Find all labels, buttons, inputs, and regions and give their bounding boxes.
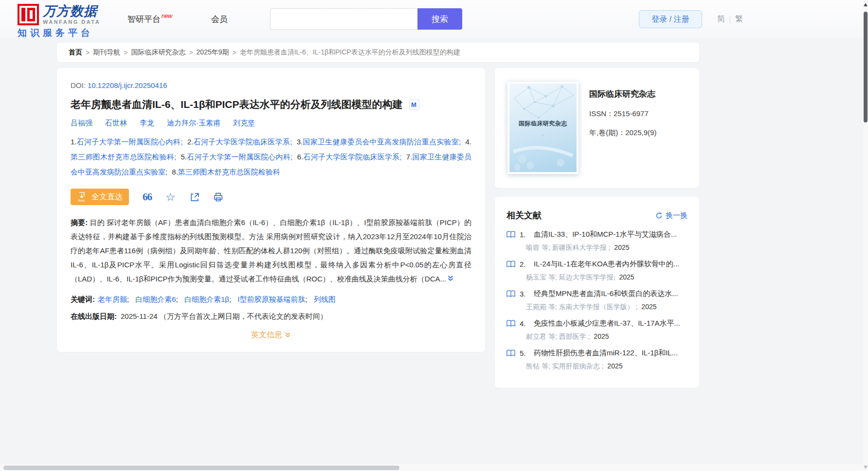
print-button[interactable] [213,192,223,202]
abstract-expand-button[interactable] [447,272,454,286]
doi-label: DOI: [71,81,86,89]
author-link[interactable]: 李龙 [140,119,154,128]
related-item-authors: 喻蓉 等; [526,244,550,251]
search-button[interactable]: 搜索 [417,8,462,30]
affiliation-link[interactable]: 石河子大学医学院临床医学系 [303,153,399,161]
site-header: 万方数据 WANFANG DATA 知识服务平台 智研平台new 会员 搜索 登… [0,0,863,38]
issn-value: 2515-6977 [614,109,649,118]
breadcrumb-separator: > [189,49,193,56]
nav-member[interactable]: 会员 [211,14,228,25]
related-item-title[interactable]: 经典型MPN患者血清IL-6和铁蛋白的表达水... [534,289,687,298]
keyword-separator: ; [229,295,231,303]
chevron-double-down-icon [447,275,454,282]
affiliation-link[interactable]: 第三师图木舒克市总医院检验科 [71,153,174,161]
journal-cover-title: 国际临床研究杂志 [509,120,577,128]
article-card: DOI: 10.12208/j.ijcr.20250416 老年房颤患者血清IL… [57,68,485,352]
online-date-value: 2025-11-24 [121,312,158,320]
share-button[interactable] [189,192,199,202]
journal-name[interactable]: 国际临床研究杂志 [589,88,656,100]
keyword-link[interactable]: 老年房颤 [98,295,127,303]
journal-volume-row: 年,卷(期)：2025,9(9) [589,128,656,138]
breadcrumb-separator: > [124,49,127,56]
author-link[interactable]: 刘克坚 [233,119,255,128]
refresh-related-button[interactable]: 换一换 [655,211,687,220]
brand-subtitle: 知识服务平台 [18,27,100,39]
related-item-source[interactable]: 新疆医科大学学报 ; [552,244,611,251]
keyword-link[interactable]: 白细胞介素1β [184,295,229,303]
affiliation-number: 1. [71,138,77,146]
related-item-title[interactable]: IL-24与IL-1在老年KOA患者内外髁软骨中的... [534,260,687,269]
search-input[interactable] [270,8,417,30]
breadcrumb-item[interactable]: 2025年9期 [197,48,229,57]
related-item-title[interactable]: 药物性肝损伤患者血清miR-122、IL-1β和IL... [534,349,687,358]
vertical-scrollbar-thumb[interactable] [864,12,868,122]
related-item-meta: 王菀菀 等; 东南大学学报（医学版） ; 2025 [526,303,687,312]
nav-zhiyan-platform[interactable]: 智研平台new [127,14,171,25]
quote-icon: 66 [143,191,152,203]
abstract-text: 目的 探讨老年房颤（AF）患者血清白细胞介素6（IL-6）、白细胞介素1β（IL… [71,218,471,283]
related-item-title[interactable]: 免疫性血小板减少症患者IL-37、IL-17A水平... [534,319,687,328]
share-icon [189,192,199,202]
book-icon [506,231,515,238]
breadcrumb-item[interactable]: 首页 [69,48,82,57]
related-item-source[interactable]: 西部医学 ; [559,332,590,340]
nav-zhiyan-label: 智研平台 [127,15,161,24]
login-register-button[interactable]: 登录 / 注册 [639,10,702,28]
affiliation-link[interactable]: 石河子大学医学院临床医学系 [194,138,290,146]
online-date-label: 在线出版日期: [71,312,117,320]
related-item-title[interactable]: 血清IL-33、IP-10和MCP-1水平与艾滋病合... [534,230,687,239]
keyword-link[interactable]: 列线图 [314,295,336,303]
favorite-button[interactable]: ☆ [165,192,176,202]
refresh-icon [655,212,663,219]
related-item-authors: 熊钻 等; [526,362,550,370]
horizontal-scrollbar-thumb[interactable] [3,466,399,470]
affiliation-link[interactable]: 石河子大学第一附属医院心内科 [187,153,290,161]
related-item-source[interactable]: 延边大学医学学报; [559,273,615,281]
related-item: 4. 免疫性血小板减少症患者IL-37、IL-17A水平... 郝立君 等; 西… [506,319,687,341]
scroll-down-arrow-icon[interactable] [864,466,868,469]
affiliation-number: 6. [297,153,304,161]
breadcrumb-item[interactable]: 老年房颤患者血清IL-6、IL-1β和PICP表达水平的分析及列线图模型的构建 [240,48,460,57]
affiliation-number: 4. [466,138,472,146]
horizontal-scrollbar[interactable] [0,464,863,471]
lang-simplified[interactable]: 简 [717,14,725,24]
book-icon [506,290,515,297]
journal-cover-art [509,84,577,172]
breadcrumb-item[interactable]: 国际临床研究杂志 [131,48,185,57]
doi-link[interactable]: 10.12208/j.ijcr.20250416 [88,81,167,89]
keyword-link[interactable]: 白细胞介素6 [135,295,176,303]
author-link[interactable]: 吕福强 [71,119,92,128]
related-item-year: 2025 [619,273,634,281]
english-info-toggle[interactable]: 英文信息 [251,330,291,340]
affiliation-link[interactable]: 石河子大学第一附属医院心内科 [77,138,181,146]
related-item-year: 2025 [641,303,656,311]
online-date-note: （万方平台首次上网日期，不代表论文的发表时间） [160,312,327,320]
keywords-label: 关键词: [71,295,95,303]
related-item: 2. IL-24与IL-1在老年KOA患者内外髁软骨中的... 杨玉宝 等; 延… [506,260,687,282]
breadcrumb-item[interactable]: 期刊导航 [93,48,120,57]
scroll-up-arrow-icon[interactable] [864,3,868,6]
journal-card: 国际临床研究杂志 国际临床研究杂志 ISSN：2515-6977 年,卷(期)：… [495,68,699,188]
cite-button[interactable]: 66 [143,191,152,203]
vertical-scrollbar[interactable] [863,0,868,471]
related-item-number: 2. [520,260,529,268]
journal-cover[interactable]: 国际临床研究杂志 [507,82,579,174]
affiliation-separator: ; [399,153,401,161]
affiliation-separator: ; [459,138,461,146]
article-title: 老年房颤患者血清IL-6、IL-1β和PICP表达水平的分析及列线图模型的构建 [71,98,403,111]
author-link[interactable]: 迪力拜尔·玉素甫 [167,119,220,128]
wanfang-logo[interactable]: 万方数据 WANFANG DATA 知识服务平台 [18,4,100,39]
affiliation-link[interactable]: 国家卫生健康委员会中亚高发病防治重点实验室 [303,138,459,146]
related-item-number: 4. [520,319,529,328]
affiliation-link[interactable]: 第三师图木舒克市总医院检验科 [178,168,280,176]
related-item-authors: 郝立君 等; [526,332,557,340]
related-item-source[interactable]: 东南大学学报（医学版） ; [559,303,638,311]
lang-traditional[interactable]: 繁 [735,14,743,24]
affiliation-separator: ; [174,153,176,161]
related-list: 1. 血清IL-33、IP-10和MCP-1水平与艾滋病合... 喻蓉 等; 新… [506,230,687,371]
related-item-source[interactable]: 实用肝脏病杂志 ; [552,362,604,370]
author-link[interactable]: 石世林 [105,119,127,128]
related-item: 3. 经典型MPN患者血清IL-6和铁蛋白的表达水... 王菀菀 等; 东南大学… [506,289,687,312]
fulltext-button[interactable]: free 全文直达 [71,189,129,205]
keyword-link[interactable]: I型前胶原羧基端前肽 [237,295,305,303]
